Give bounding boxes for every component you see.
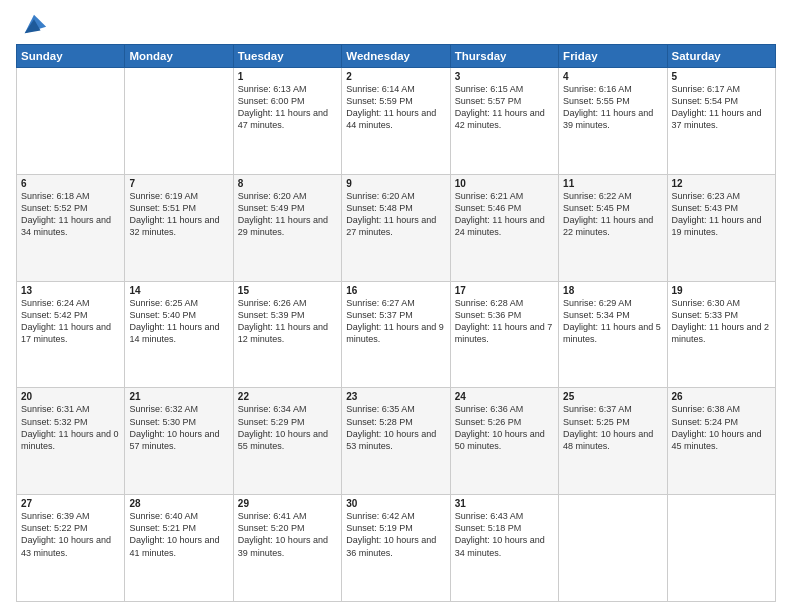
day-number: 15 xyxy=(238,285,337,296)
day-info: Sunrise: 6:43 AM Sunset: 5:18 PM Dayligh… xyxy=(455,510,554,559)
day-cell xyxy=(559,495,667,602)
day-number: 23 xyxy=(346,391,445,402)
day-info: Sunrise: 6:42 AM Sunset: 5:19 PM Dayligh… xyxy=(346,510,445,559)
day-number: 24 xyxy=(455,391,554,402)
day-info: Sunrise: 6:27 AM Sunset: 5:37 PM Dayligh… xyxy=(346,297,445,346)
weekday-header-sunday: Sunday xyxy=(17,45,125,68)
day-cell: 20Sunrise: 6:31 AM Sunset: 5:32 PM Dayli… xyxy=(17,388,125,495)
day-cell: 23Sunrise: 6:35 AM Sunset: 5:28 PM Dayli… xyxy=(342,388,450,495)
day-cell: 27Sunrise: 6:39 AM Sunset: 5:22 PM Dayli… xyxy=(17,495,125,602)
week-row-2: 6Sunrise: 6:18 AM Sunset: 5:52 PM Daylig… xyxy=(17,174,776,281)
day-cell: 31Sunrise: 6:43 AM Sunset: 5:18 PM Dayli… xyxy=(450,495,558,602)
day-cell: 5Sunrise: 6:17 AM Sunset: 5:54 PM Daylig… xyxy=(667,68,775,175)
day-info: Sunrise: 6:17 AM Sunset: 5:54 PM Dayligh… xyxy=(672,83,771,132)
day-info: Sunrise: 6:28 AM Sunset: 5:36 PM Dayligh… xyxy=(455,297,554,346)
weekday-header-saturday: Saturday xyxy=(667,45,775,68)
day-cell: 12Sunrise: 6:23 AM Sunset: 5:43 PM Dayli… xyxy=(667,174,775,281)
day-info: Sunrise: 6:16 AM Sunset: 5:55 PM Dayligh… xyxy=(563,83,662,132)
day-info: Sunrise: 6:18 AM Sunset: 5:52 PM Dayligh… xyxy=(21,190,120,239)
day-cell xyxy=(667,495,775,602)
day-info: Sunrise: 6:23 AM Sunset: 5:43 PM Dayligh… xyxy=(672,190,771,239)
weekday-header-monday: Monday xyxy=(125,45,233,68)
day-info: Sunrise: 6:19 AM Sunset: 5:51 PM Dayligh… xyxy=(129,190,228,239)
day-cell: 6Sunrise: 6:18 AM Sunset: 5:52 PM Daylig… xyxy=(17,174,125,281)
day-number: 18 xyxy=(563,285,662,296)
day-info: Sunrise: 6:20 AM Sunset: 5:49 PM Dayligh… xyxy=(238,190,337,239)
day-cell: 25Sunrise: 6:37 AM Sunset: 5:25 PM Dayli… xyxy=(559,388,667,495)
day-number: 29 xyxy=(238,498,337,509)
day-info: Sunrise: 6:21 AM Sunset: 5:46 PM Dayligh… xyxy=(455,190,554,239)
day-cell: 22Sunrise: 6:34 AM Sunset: 5:29 PM Dayli… xyxy=(233,388,341,495)
day-cell: 14Sunrise: 6:25 AM Sunset: 5:40 PM Dayli… xyxy=(125,281,233,388)
day-number: 1 xyxy=(238,71,337,82)
day-info: Sunrise: 6:14 AM Sunset: 5:59 PM Dayligh… xyxy=(346,83,445,132)
day-number: 31 xyxy=(455,498,554,509)
day-number: 25 xyxy=(563,391,662,402)
weekday-header-wednesday: Wednesday xyxy=(342,45,450,68)
day-cell: 19Sunrise: 6:30 AM Sunset: 5:33 PM Dayli… xyxy=(667,281,775,388)
day-cell: 21Sunrise: 6:32 AM Sunset: 5:30 PM Dayli… xyxy=(125,388,233,495)
day-info: Sunrise: 6:40 AM Sunset: 5:21 PM Dayligh… xyxy=(129,510,228,559)
day-number: 26 xyxy=(672,391,771,402)
logo-icon xyxy=(20,10,48,38)
day-info: Sunrise: 6:26 AM Sunset: 5:39 PM Dayligh… xyxy=(238,297,337,346)
day-number: 8 xyxy=(238,178,337,189)
week-row-3: 13Sunrise: 6:24 AM Sunset: 5:42 PM Dayli… xyxy=(17,281,776,388)
day-number: 10 xyxy=(455,178,554,189)
day-number: 28 xyxy=(129,498,228,509)
day-info: Sunrise: 6:34 AM Sunset: 5:29 PM Dayligh… xyxy=(238,403,337,452)
day-info: Sunrise: 6:22 AM Sunset: 5:45 PM Dayligh… xyxy=(563,190,662,239)
day-info: Sunrise: 6:31 AM Sunset: 5:32 PM Dayligh… xyxy=(21,403,120,452)
day-cell: 29Sunrise: 6:41 AM Sunset: 5:20 PM Dayli… xyxy=(233,495,341,602)
day-info: Sunrise: 6:24 AM Sunset: 5:42 PM Dayligh… xyxy=(21,297,120,346)
day-number: 12 xyxy=(672,178,771,189)
day-cell: 11Sunrise: 6:22 AM Sunset: 5:45 PM Dayli… xyxy=(559,174,667,281)
day-number: 19 xyxy=(672,285,771,296)
day-number: 17 xyxy=(455,285,554,296)
day-cell: 24Sunrise: 6:36 AM Sunset: 5:26 PM Dayli… xyxy=(450,388,558,495)
day-number: 20 xyxy=(21,391,120,402)
day-info: Sunrise: 6:25 AM Sunset: 5:40 PM Dayligh… xyxy=(129,297,228,346)
day-cell: 26Sunrise: 6:38 AM Sunset: 5:24 PM Dayli… xyxy=(667,388,775,495)
day-info: Sunrise: 6:36 AM Sunset: 5:26 PM Dayligh… xyxy=(455,403,554,452)
day-number: 21 xyxy=(129,391,228,402)
day-info: Sunrise: 6:37 AM Sunset: 5:25 PM Dayligh… xyxy=(563,403,662,452)
day-info: Sunrise: 6:38 AM Sunset: 5:24 PM Dayligh… xyxy=(672,403,771,452)
day-number: 5 xyxy=(672,71,771,82)
header xyxy=(16,10,776,38)
day-cell: 18Sunrise: 6:29 AM Sunset: 5:34 PM Dayli… xyxy=(559,281,667,388)
week-row-5: 27Sunrise: 6:39 AM Sunset: 5:22 PM Dayli… xyxy=(17,495,776,602)
day-number: 4 xyxy=(563,71,662,82)
day-info: Sunrise: 6:30 AM Sunset: 5:33 PM Dayligh… xyxy=(672,297,771,346)
calendar-table: SundayMondayTuesdayWednesdayThursdayFrid… xyxy=(16,44,776,602)
calendar-page: SundayMondayTuesdayWednesdayThursdayFrid… xyxy=(0,0,792,612)
day-cell: 2Sunrise: 6:14 AM Sunset: 5:59 PM Daylig… xyxy=(342,68,450,175)
weekday-header-row: SundayMondayTuesdayWednesdayThursdayFrid… xyxy=(17,45,776,68)
day-number: 3 xyxy=(455,71,554,82)
day-info: Sunrise: 6:35 AM Sunset: 5:28 PM Dayligh… xyxy=(346,403,445,452)
day-number: 2 xyxy=(346,71,445,82)
week-row-1: 1Sunrise: 6:13 AM Sunset: 6:00 PM Daylig… xyxy=(17,68,776,175)
day-cell: 3Sunrise: 6:15 AM Sunset: 5:57 PM Daylig… xyxy=(450,68,558,175)
day-cell: 10Sunrise: 6:21 AM Sunset: 5:46 PM Dayli… xyxy=(450,174,558,281)
day-info: Sunrise: 6:32 AM Sunset: 5:30 PM Dayligh… xyxy=(129,403,228,452)
day-number: 9 xyxy=(346,178,445,189)
day-info: Sunrise: 6:15 AM Sunset: 5:57 PM Dayligh… xyxy=(455,83,554,132)
day-cell: 7Sunrise: 6:19 AM Sunset: 5:51 PM Daylig… xyxy=(125,174,233,281)
day-cell: 1Sunrise: 6:13 AM Sunset: 6:00 PM Daylig… xyxy=(233,68,341,175)
day-number: 27 xyxy=(21,498,120,509)
day-number: 14 xyxy=(129,285,228,296)
day-cell: 28Sunrise: 6:40 AM Sunset: 5:21 PM Dayli… xyxy=(125,495,233,602)
weekday-header-tuesday: Tuesday xyxy=(233,45,341,68)
day-cell xyxy=(125,68,233,175)
day-info: Sunrise: 6:29 AM Sunset: 5:34 PM Dayligh… xyxy=(563,297,662,346)
day-number: 16 xyxy=(346,285,445,296)
day-cell: 8Sunrise: 6:20 AM Sunset: 5:49 PM Daylig… xyxy=(233,174,341,281)
day-cell: 13Sunrise: 6:24 AM Sunset: 5:42 PM Dayli… xyxy=(17,281,125,388)
day-cell: 9Sunrise: 6:20 AM Sunset: 5:48 PM Daylig… xyxy=(342,174,450,281)
day-info: Sunrise: 6:41 AM Sunset: 5:20 PM Dayligh… xyxy=(238,510,337,559)
day-number: 11 xyxy=(563,178,662,189)
weekday-header-thursday: Thursday xyxy=(450,45,558,68)
day-cell: 17Sunrise: 6:28 AM Sunset: 5:36 PM Dayli… xyxy=(450,281,558,388)
day-info: Sunrise: 6:13 AM Sunset: 6:00 PM Dayligh… xyxy=(238,83,337,132)
